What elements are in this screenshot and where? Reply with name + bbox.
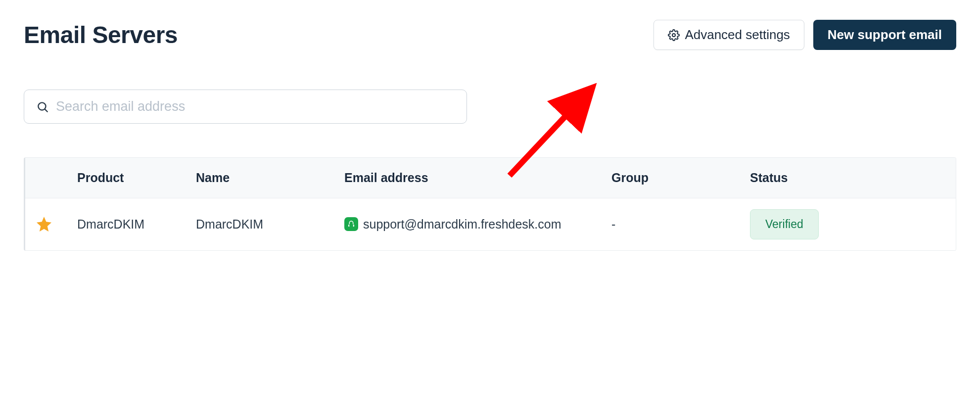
cell-name: DmarcDKIM <box>196 215 344 234</box>
gear-icon <box>668 29 680 41</box>
new-support-email-button[interactable]: New support email <box>813 20 956 50</box>
col-status: Status <box>750 171 879 185</box>
search-container <box>24 90 956 124</box>
col-email: Email address <box>344 171 611 185</box>
page-title: Email Servers <box>24 21 178 48</box>
search-input[interactable] <box>56 99 455 114</box>
svg-line-2 <box>45 109 47 111</box>
cell-group: - <box>611 215 750 234</box>
col-group: Group <box>611 171 750 185</box>
status-badge: Verified <box>750 209 819 239</box>
freshdesk-icon <box>344 217 358 231</box>
search-box[interactable] <box>24 90 467 124</box>
col-product: Product <box>77 171 196 185</box>
col-name: Name <box>196 171 344 185</box>
cell-status: Verified <box>750 209 879 239</box>
header-actions: Advanced settings New support email <box>653 20 956 50</box>
table-row[interactable]: DmarcDKIM DmarcDKIM support@dmarcdkim.fr… <box>25 198 956 250</box>
table-header: Product Name Email address Group Status <box>25 158 956 198</box>
cell-email: support@dmarcdkim.freshdesk.com <box>344 215 611 234</box>
email-text: support@dmarcdkim.freshdesk.com <box>363 215 561 234</box>
search-icon <box>36 100 49 113</box>
cell-product: DmarcDKIM <box>77 215 196 234</box>
new-support-email-label: New support email <box>828 27 942 43</box>
email-servers-table: Product Name Email address Group Status … <box>24 157 956 251</box>
star-icon[interactable] <box>35 215 53 233</box>
page-header: Email Servers Advanced settings New supp… <box>24 20 956 50</box>
cell-star <box>35 215 77 233</box>
svg-point-0 <box>672 34 675 37</box>
advanced-settings-button[interactable]: Advanced settings <box>653 20 804 50</box>
advanced-settings-label: Advanced settings <box>685 27 790 43</box>
